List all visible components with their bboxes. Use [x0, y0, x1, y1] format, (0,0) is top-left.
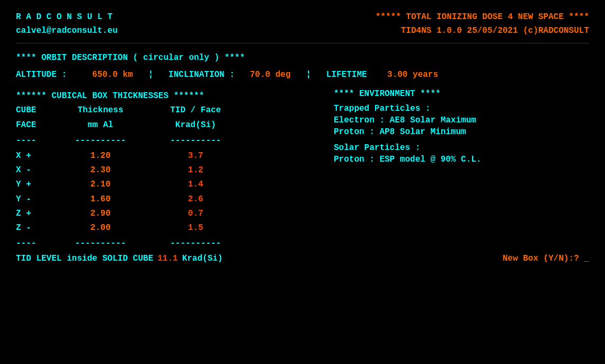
face-label-1: X - [16, 163, 48, 177]
footer-prompt: New Box (Y/N):? _ [503, 254, 589, 263]
face-tid-4: 0.7 [153, 207, 238, 221]
env-trapped-label: Trapped Particles : [334, 104, 589, 113]
header-left: R A D C O N S U L T calvel@radconsult.eu [16, 11, 118, 38]
face-label-5: Z - [16, 221, 48, 235]
footer-unit: Krad(Si) [182, 254, 223, 263]
header-divider [16, 43, 589, 43]
col2-subheader: mm Al [53, 118, 148, 132]
face-thickness-3: 1.60 [53, 192, 148, 207]
face-label-0: X + [16, 149, 48, 163]
face-thickness-5: 2.00 [53, 221, 148, 235]
terminal-screen: R A D C O N S U L T calvel@radconsult.eu… [0, 0, 605, 364]
inclination-label: INCLINATION : [168, 70, 235, 79]
footer-value: 11.1 [157, 254, 177, 263]
col-headers-row2: FACE mm Al Krad(Si) [16, 118, 313, 132]
lifetime-value: 3.00 years [387, 70, 438, 79]
env-solar-label: Solar Particles : [334, 143, 589, 153]
face-thickness-0: 1.20 [53, 149, 148, 163]
table-row: Y + 2.10 1.4 [16, 177, 313, 192]
table-body: X + 1.20 3.7 X - 2.30 1.2 Y + 2.10 1.4 Y… [16, 149, 313, 235]
header: R A D C O N S U L T calvel@radconsult.eu… [16, 11, 589, 38]
footer: TID LEVEL inside SOLID CUBE 11.1 Krad(Si… [16, 254, 589, 263]
lifetime-label: LIFETIME [326, 70, 367, 79]
env-section-title: **** ENVIRONMENT **** [334, 89, 589, 99]
col1-subheader: FACE [16, 118, 48, 132]
inclination-value: 70.0 deg [250, 70, 291, 79]
face-thickness-4: 2.90 [53, 207, 148, 221]
altitude-value: 650.0 km [92, 70, 133, 79]
table-row: X + 1.20 3.7 [16, 149, 313, 163]
company-name: R A D C O N S U L T [16, 11, 118, 24]
face-tid-3: 2.6 [153, 192, 238, 207]
orbit-params: ALTITUDE : 650.0 km ¦ INCLINATION : 70.0… [16, 70, 589, 79]
face-label-2: Y + [16, 177, 48, 192]
face-thickness-1: 2.30 [53, 163, 148, 177]
main-content: ****** CUBICAL BOX THICKNESSES ****** CU… [16, 89, 589, 252]
cube-section-title: ****** CUBICAL BOX THICKNESSES ****** [16, 89, 313, 103]
face-label-4: Z + [16, 207, 48, 221]
footer-label: TID LEVEL inside SOLID CUBE [16, 254, 153, 263]
app-version: TID4NS 1.0.0 25/05/2021 (c)RADCONSULT [376, 24, 589, 38]
col1-header: CUBE [16, 103, 48, 118]
env-solar-proton-label: Proton : ESP model @ 90% C.L. [334, 155, 589, 164]
col3-header: TID / Face [153, 103, 238, 118]
app-title: ***** TOTAL IONIZING DOSE 4 NEW SPACE **… [376, 11, 589, 24]
header-right: ***** TOTAL IONIZING DOSE 4 NEW SPACE **… [376, 11, 589, 38]
col-headers-row1: CUBE Thickness TID / Face [16, 103, 313, 118]
table-row: Z - 2.00 1.5 [16, 221, 313, 235]
table-row: Y - 1.60 2.6 [16, 192, 313, 207]
table-row: X - 2.30 1.2 [16, 163, 313, 177]
altitude-label: ALTITUDE : [16, 70, 67, 79]
face-tid-0: 3.7 [153, 149, 238, 163]
table-separator-top: ---- ---------- ---------- [16, 134, 313, 148]
table-row: Z + 2.90 0.7 [16, 207, 313, 221]
face-tid-1: 1.2 [153, 163, 238, 177]
cube-table-panel: ****** CUBICAL BOX THICKNESSES ****** CU… [16, 89, 313, 252]
company-email: calvel@radconsult.eu [16, 24, 118, 38]
environment-panel: **** ENVIRONMENT **** Trapped Particles … [313, 89, 589, 252]
env-proton-label: Proton : AP8 Solar Minimum [334, 127, 589, 137]
table-separator-bottom: ---- ---------- ---------- [16, 236, 313, 251]
env-electron-label: Electron : AE8 Solar Maximum [334, 116, 589, 125]
face-label-3: Y - [16, 192, 48, 207]
col2-header: Thickness [53, 103, 148, 118]
col3-subheader: Krad(Si) [153, 118, 238, 132]
face-tid-5: 1.5 [153, 221, 238, 235]
face-tid-2: 1.4 [153, 177, 238, 192]
orbit-section-title: **** ORBIT DESCRIPTION ( circular only )… [16, 53, 589, 63]
face-thickness-2: 2.10 [53, 177, 148, 192]
